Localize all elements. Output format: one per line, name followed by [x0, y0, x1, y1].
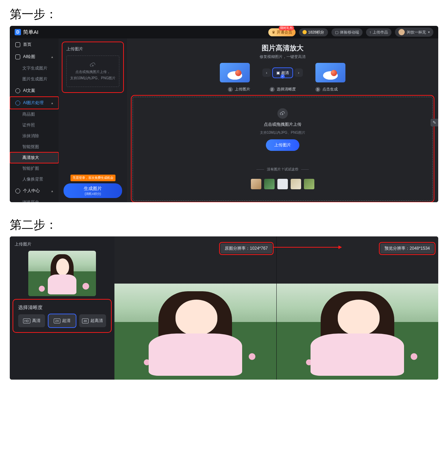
- sidebar-personal[interactable]: 个人中心 ▴: [10, 185, 59, 197]
- sidebar: 首页 AI绘图 ▴ 文字生成图片 图片生成图片 AI文案 AI图片处理 ▴ 商品…: [10, 38, 59, 202]
- upload-icon: ↑: [369, 30, 372, 34]
- step-indicator-3: 3点击生成: [315, 87, 338, 92]
- step2-right-panel: 原图分辨率：1024*767 预览分辨率：2048*1534: [114, 236, 438, 380]
- chevron-up-icon: ▴: [51, 55, 53, 59]
- sidebar-home[interactable]: 首页: [10, 38, 59, 51]
- clarity-option-hd[interactable]: HD高清: [18, 314, 45, 327]
- mobile-button[interactable]: ▢ 体验移动端: [331, 28, 363, 36]
- crown-icon: ♛: [272, 30, 275, 35]
- app-logo[interactable]: D 简单AI: [15, 29, 38, 36]
- sample-thumb-3[interactable]: [277, 179, 288, 189]
- edit-fab-icon[interactable]: ✎: [431, 119, 438, 126]
- original-half: 原图分辨率：1024*767: [114, 236, 276, 380]
- sample-after: [315, 63, 345, 82]
- sample-thumb-2[interactable]: [264, 179, 275, 189]
- small-upload-dropzone[interactable]: 点击或拖拽图片上传， 支持10M以内JPG、PNG图片: [66, 56, 119, 87]
- upload-panel-title: 上传图片: [66, 46, 119, 52]
- vip-badge: 限时礼包: [279, 26, 294, 30]
- chevron-down-icon: ▾: [428, 30, 430, 34]
- sample-thumbs-row: 没有图片？试试这些: [256, 167, 309, 172]
- clarity-prev-icon[interactable]: ‹: [262, 68, 271, 77]
- cloud-upload-icon: [90, 62, 96, 68]
- preview-resolution-badge: 预览分辨率：2048*1534: [380, 243, 434, 254]
- vip-button[interactable]: ♛ 开通会员 限时礼包: [268, 28, 296, 36]
- sidebar-ai-image[interactable]: AI图片处理 ▴: [10, 97, 59, 109]
- sidebar-product[interactable]: 商品图: [10, 109, 59, 120]
- main-upload-dropzone[interactable]: 点击或拖拽图片上传 支持10M以内JPG、PNG图片 上传图片 没有图片？试试这…: [133, 97, 433, 201]
- sidebar-history[interactable]: 浏览历史: [10, 197, 59, 202]
- page-subtitle: 修复模糊图片，一键变高清: [133, 54, 433, 59]
- home-icon: [15, 42, 20, 47]
- main-panel: 图片高清放大 修复模糊图片，一键变高清 ‹ ▣ 超清 › 1上传图片 2选择清晰…: [127, 38, 438, 202]
- text-icon: [15, 88, 20, 93]
- hd-icon: ▣: [276, 71, 280, 75]
- app-screenshot-step2: 上传图片 选择清晰度 HD高清 2X超清 4K超高清 原图分辨率：1024*76…: [10, 236, 438, 380]
- clarity-title: 选择清晰度: [18, 305, 106, 311]
- clarity-option-2x[interactable]: 2X超清: [48, 314, 75, 327]
- step-two-heading: 第二步：: [0, 211, 448, 236]
- clarity-selector-preview: ‹ ▣ 超清 ›: [262, 68, 303, 78]
- annotation-arrow: [273, 247, 341, 248]
- clarity-chip-active[interactable]: ▣ 超清: [273, 68, 292, 78]
- original-image: [114, 284, 276, 380]
- original-resolution-badge: 原图分辨率：1024*767: [221, 243, 272, 254]
- clarity-option-4k[interactable]: 4K超高清: [79, 314, 106, 327]
- steps-row: 1上传图片 2选择清晰度 3点击生成: [133, 87, 433, 92]
- coin-icon: [303, 30, 307, 34]
- topbar: D 简单AI ♛ 开通会员 限时礼包 1828积分 ▢ 体验移动端 ↑ 上传作品…: [10, 26, 438, 38]
- sample-before: [220, 63, 250, 82]
- upload-panel: 上传图片 点击或拖拽图片上传， 支持10M以内JPG、PNG图片 无需登录，首次…: [59, 38, 127, 202]
- step-indicator-1: 1上传图片: [228, 87, 250, 92]
- points-pill[interactable]: 1828积分: [299, 28, 328, 36]
- step2-left-panel: 上传图片 选择清晰度 HD高清 2X超清 4K超高清: [10, 236, 114, 380]
- cloud-upload-icon: [277, 108, 288, 119]
- step-indicator-2: 2选择清晰度: [270, 87, 296, 92]
- page-title: 图片高清放大: [133, 43, 433, 53]
- image-proc-icon: [15, 101, 20, 105]
- upload-works-button[interactable]: ↑ 上传作品: [366, 28, 392, 36]
- sidebar-upscale[interactable]: 高清放大: [10, 152, 59, 163]
- user-menu[interactable]: 闲饮一杯无 ▾: [395, 28, 433, 37]
- generate-button[interactable]: 生成图片 (消耗4积分): [64, 183, 122, 198]
- sample-thumb-5[interactable]: [304, 179, 314, 189]
- sample-row: ‹ ▣ 超清 ›: [133, 63, 433, 82]
- upload-image-button[interactable]: 上传图片: [266, 139, 299, 151]
- sidebar-erase[interactable]: 涂抹消除: [10, 131, 59, 141]
- app-screenshot-step1: D 简单AI ♛ 开通会员 限时礼包 1828积分 ▢ 体验移动端 ↑ 上传作品…: [10, 26, 438, 202]
- sidebar-cutout[interactable]: 智能抠图: [10, 141, 59, 152]
- preview-half: 预览分辨率：2048*1534: [277, 236, 439, 380]
- sample-thumb-4[interactable]: [291, 179, 301, 189]
- sidebar-bg-swap[interactable]: 人像换背景: [10, 174, 59, 185]
- sidebar-img2img[interactable]: 图片生成图片: [10, 74, 59, 85]
- clarity-next-icon[interactable]: ›: [294, 68, 303, 77]
- chevron-up-icon: ▴: [51, 189, 53, 193]
- sidebar-expand[interactable]: 智能扩图: [10, 163, 59, 174]
- dropzone-title: 点击或拖拽图片上传: [264, 122, 301, 127]
- user-icon: [15, 189, 20, 193]
- dropzone-subtitle: 支持10M以内JPG、PNG图片: [260, 130, 306, 135]
- preview-image: [277, 284, 439, 380]
- avatar: [398, 29, 405, 35]
- sidebar-ai-draw[interactable]: AI绘图 ▴: [10, 51, 59, 63]
- phone-icon: ▢: [335, 30, 338, 35]
- uploaded-image-preview[interactable]: [28, 251, 96, 296]
- step-one-heading: 第一步：: [0, 0, 448, 26]
- upload-title-step2: 上传图片: [15, 241, 110, 247]
- logo-mark-icon: D: [15, 29, 21, 35]
- sample-thumb-1[interactable]: [251, 179, 261, 189]
- free-first-tag: 无需登录，首次免费生成机会: [70, 175, 115, 181]
- paint-icon: [15, 54, 20, 59]
- sidebar-ai-text[interactable]: AI文案: [10, 85, 59, 97]
- clarity-section: 选择清晰度 HD高清 2X超清 4K超高清: [15, 301, 110, 331]
- chevron-up-icon: ▴: [51, 101, 53, 105]
- sidebar-idphoto[interactable]: 证件照: [10, 120, 59, 131]
- sidebar-text2img[interactable]: 文字生成图片: [10, 63, 59, 74]
- app-name: 简单AI: [23, 29, 38, 36]
